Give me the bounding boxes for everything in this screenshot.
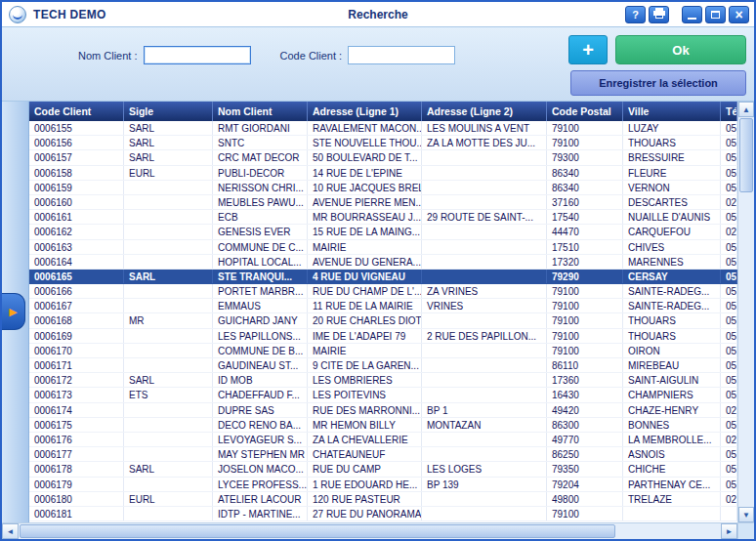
table-cell: 05 xyxy=(721,447,737,461)
table-row[interactable]: 0006157SARLCRC MAT DECOR50 BOULEVARD DE … xyxy=(29,150,737,165)
horizontal-scrollbar[interactable]: ◄ ► xyxy=(2,522,754,539)
table-row[interactable]: 0006174DUPRE SASRUE DES MARRONNI...BP 14… xyxy=(29,403,737,418)
table-row[interactable]: 0006181IDTP - MARTINE...27 RUE DU PANORA… xyxy=(29,507,737,521)
col-header-code-client[interactable]: Code Client xyxy=(29,102,124,121)
expand-panel-tab[interactable]: ▶ xyxy=(2,293,25,330)
table-row[interactable]: 0006178SARLJOSELON MACO...RUE DU CAMPLES… xyxy=(29,462,737,477)
scroll-left-button[interactable]: ◄ xyxy=(2,523,19,539)
table-cell: SARL xyxy=(124,373,213,387)
table-row[interactable]: 0006155SARLRMT GIORDANIRAVALEMENT MACON.… xyxy=(29,121,737,136)
table-cell: 27 RUE DU PANORAMA xyxy=(308,507,422,520)
table-cell: 49420 xyxy=(547,403,623,417)
table-cell xyxy=(422,492,547,506)
grid-content: ▶ Code Client Sigle Nom Client Adresse (… xyxy=(2,102,754,522)
table-cell: CARQUEFOU xyxy=(623,225,721,238)
table-row[interactable]: 0006159NERISSON CHRI...10 RUE JACQUES BR… xyxy=(29,181,737,195)
table-row[interactable]: 0006166PORTET MARBR...RUE DU CHAMP DE L'… xyxy=(29,284,737,299)
table-cell xyxy=(422,181,547,194)
arrow-left-icon: ◄ xyxy=(7,527,15,536)
col-header-ville[interactable]: Ville xyxy=(623,102,721,121)
minimize-button[interactable] xyxy=(682,6,702,23)
table-cell: 05 xyxy=(721,299,737,312)
table-row-selected[interactable]: 0006165SARLSTE TRANQUI...4 RUE DU VIGNEA… xyxy=(29,270,737,284)
table-row[interactable]: 0006156SARLSNTCSTE NOUVELLE THOU...ZA LA… xyxy=(29,136,737,150)
nom-client-input[interactable] xyxy=(144,46,251,64)
table-row[interactable]: 0006158EURLPUBLI-DECOR14 RUE DE L'EPINE8… xyxy=(29,166,737,181)
table-cell: LES MOULINS A VENT xyxy=(422,121,547,135)
vertical-scrollbar[interactable]: ▲ ▼ xyxy=(737,102,754,522)
vertical-scroll-thumb[interactable] xyxy=(739,118,753,192)
add-button[interactable]: + xyxy=(568,35,608,64)
table-row[interactable]: 0006173ETSCHADEFFAUD F...LES POITEVINS16… xyxy=(29,388,737,402)
table-cell: DUPRE SAS xyxy=(213,403,308,417)
horizontal-scroll-thumb[interactable] xyxy=(20,524,615,538)
table-cell: 17360 xyxy=(547,373,623,387)
table-cell: PUBLI-DECOR xyxy=(213,166,308,180)
col-header-adresse2[interactable]: Adresse (Ligne 2) xyxy=(422,102,547,121)
print-button[interactable] xyxy=(649,6,669,23)
col-header-sigle[interactable]: Sigle xyxy=(124,102,213,121)
table-cell: 17320 xyxy=(547,255,623,269)
table-cell: THOUARS xyxy=(623,329,721,343)
table-row[interactable]: 0006164HOPITAL LOCAL...AVENUE DU GENERA.… xyxy=(29,255,737,270)
table-row[interactable]: 0006160MEUBLES PAWU...AVENUE PIERRE MEN.… xyxy=(29,195,737,210)
table-cell xyxy=(124,403,213,417)
maximize-icon xyxy=(711,11,720,19)
table-cell: 79100 xyxy=(547,329,623,343)
help-icon: ? xyxy=(632,9,639,21)
table-row[interactable]: 0006176LEVOYAGEUR S...ZA LA CHEVALLERIE4… xyxy=(29,433,737,447)
table-cell xyxy=(124,195,213,209)
table-row[interactable]: 0006169LES PAPILLONS...IME DE L'ADAPEI 7… xyxy=(29,329,737,344)
table-cell: ZA LA CHEVALLERIE xyxy=(308,433,422,446)
save-selection-button[interactable]: Enregistrer la sélection xyxy=(570,70,746,96)
table-cell: LUZAY xyxy=(623,121,721,135)
table-cell: 05 xyxy=(721,270,737,283)
col-header-code-postal[interactable]: Code Postal xyxy=(547,102,623,121)
table-row[interactable]: 0006161ECBMR BOURRASSEAU J...29 ROUTE DE… xyxy=(29,210,737,225)
table-row[interactable]: 0006177MAY STEPHEN MRCHATEAUNEUF86250ASN… xyxy=(29,447,737,462)
table-cell xyxy=(124,358,213,372)
recherche-window: TECH DEMO Recherche ? × N xyxy=(0,0,756,541)
table-row[interactable]: 0006172SARLID MOBLES OMBRIERES17360SAINT… xyxy=(29,373,737,388)
table-row[interactable]: 0006162GENESIS EVER15 RUE DE LA MAING...… xyxy=(29,225,737,239)
table-row[interactable]: 0006175DECO RENO BA...MR HEMON BILLYMONT… xyxy=(29,418,737,433)
horizontal-scroll-track[interactable] xyxy=(19,523,721,539)
table-cell: LA MEMBROLLE... xyxy=(623,433,721,446)
table-cell: 0006161 xyxy=(29,210,124,224)
table-cell: CHATEAUNEUF xyxy=(308,447,422,461)
table-row[interactable]: 0006170COMMUNE DE B...MAIRIE79100OIRON05 xyxy=(29,344,737,358)
col-header-nom-client[interactable]: Nom Client xyxy=(213,102,308,121)
table-cell: 79100 xyxy=(547,284,623,298)
scroll-down-button[interactable]: ▼ xyxy=(738,507,754,522)
col-header-adresse1[interactable]: Adresse (Ligne 1) xyxy=(308,102,422,121)
scroll-up-button[interactable]: ▲ xyxy=(738,102,754,117)
table-cell xyxy=(422,447,547,461)
table-cell: 0006171 xyxy=(29,358,124,372)
table-row[interactable]: 0006167EMMAUS11 RUE DE LA MAIRIEVRINES79… xyxy=(29,299,737,313)
table-cell: 05 xyxy=(721,373,737,387)
scroll-right-button[interactable]: ► xyxy=(721,523,737,539)
title-bar[interactable]: TECH DEMO Recherche ? × xyxy=(2,2,754,27)
table-cell: MAIRIE xyxy=(308,240,422,254)
table-cell: THOUARS xyxy=(623,136,721,149)
table-row[interactable]: 0006163COMMUNE DE C...MAIRIE17510CHIVES0… xyxy=(29,240,737,255)
close-button[interactable]: × xyxy=(729,6,749,23)
col-header-telephone[interactable]: Té xyxy=(721,102,737,121)
table-row[interactable]: 0006171GAUDINEAU ST...9 CITE DE LA GAREN… xyxy=(29,358,737,373)
table-cell xyxy=(124,507,213,520)
window-controls: ? × xyxy=(625,6,749,23)
table-row[interactable]: 0006179LYCEE PROFESS...1 RUE EDOUARD HE.… xyxy=(29,478,737,492)
table-cell: MONTAZAN xyxy=(422,418,547,432)
maximize-button[interactable] xyxy=(705,6,726,23)
vertical-scroll-track[interactable] xyxy=(738,117,754,507)
table-row[interactable]: 0006168MRGUICHARD JANY20 RUE CHARLES DIO… xyxy=(29,313,737,328)
table-cell: 20 RUE CHARLES DIOT xyxy=(308,313,422,327)
table-cell: 0006175 xyxy=(29,418,124,432)
help-button[interactable]: ? xyxy=(625,6,646,23)
table-cell: 05 xyxy=(721,329,737,343)
table-cell: BONNES xyxy=(623,418,721,432)
table-row[interactable]: 0006180EURLATELIER LACOUR120 RUE PASTEUR… xyxy=(29,492,737,507)
table-cell: MARENNES xyxy=(623,255,721,269)
ok-button[interactable]: Ok xyxy=(615,35,746,64)
code-client-input[interactable] xyxy=(348,46,455,64)
